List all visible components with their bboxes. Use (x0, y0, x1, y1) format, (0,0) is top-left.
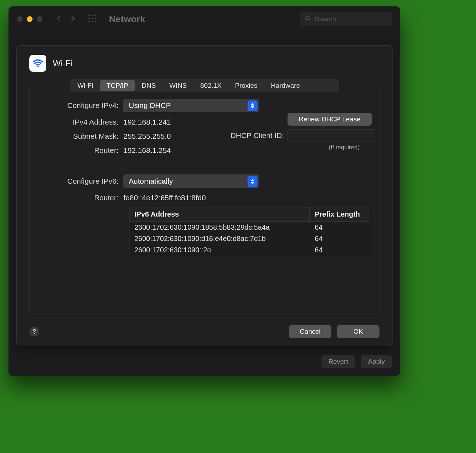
configure-ipv4-label: Configure IPv4: (29, 101, 123, 110)
cell-plen: 64 (310, 233, 370, 244)
svg-point-1 (92, 15, 93, 16)
right-column: Renew DHCP Lease (288, 113, 379, 126)
svg-point-2 (95, 15, 96, 16)
ipv4-address-label: IPv4 Address: (29, 118, 123, 126)
cell-plen: 64 (310, 244, 370, 255)
subnet-mask-value: 255.255.255.0 (123, 132, 171, 141)
chevron-updown-icon (248, 176, 257, 187)
svg-point-9 (306, 16, 309, 20)
revert-button[interactable]: Revert (321, 355, 355, 368)
dhcp-client-id-label: DHCP Client ID: (231, 131, 284, 140)
sheet-header: Wi-Fi (17, 46, 392, 75)
svg-point-4 (92, 18, 93, 19)
network-preferences-window: Network Wi-Fi Wi-Fi TCP/IP DNS WINS 802.… (8, 6, 400, 376)
tcpip-panel: Configure IPv4: Using DHCP IPv4 Address:… (29, 99, 379, 307)
configure-ipv6-value: Automatically (129, 177, 173, 185)
ipv6-router-value: fe80::4e12:65ff:fe81:8fd0 (123, 194, 206, 202)
svg-marker-15 (251, 182, 254, 184)
chevron-updown-icon (248, 101, 257, 111)
zoom-button[interactable] (37, 16, 42, 22)
search-input[interactable] (315, 15, 399, 23)
apply-button[interactable]: Apply (361, 355, 392, 368)
ipv4-router-value: 192.168.1.254 (123, 146, 171, 155)
table-row[interactable]: 2600:1702:630:1090:d16:e4e0:d8ac:7d1b 64 (129, 233, 370, 244)
configure-ipv6-label: Configure IPv6: (29, 177, 123, 185)
dhcp-client-id-input[interactable] (288, 129, 375, 142)
minimize-button[interactable] (27, 16, 33, 22)
subnet-mask-label: Subnet Mask: (29, 132, 123, 141)
cell-plen: 64 (310, 222, 370, 233)
svg-point-8 (95, 21, 96, 22)
table-row[interactable]: 2600:1702:630:1090::2e 64 (129, 244, 370, 255)
wifi-icon (29, 55, 46, 72)
show-all-icon[interactable] (88, 14, 97, 24)
help-button[interactable]: ? (29, 327, 39, 337)
if-required-hint: (If required) (329, 144, 360, 151)
sheet-footer: ? Cancel OK (29, 325, 379, 338)
column-prefix-length[interactable]: Prefix Length (310, 207, 370, 221)
ipv4-address-value: 192.168.1.241 (123, 118, 171, 126)
svg-point-0 (88, 15, 90, 16)
svg-point-3 (88, 18, 90, 19)
svg-point-11 (37, 65, 39, 67)
table-header: IPv6 Address Prefix Length (129, 207, 370, 222)
svg-marker-14 (251, 179, 254, 181)
svg-point-5 (95, 18, 96, 19)
ok-button[interactable]: OK (337, 325, 379, 338)
cell-addr: 2600:1702:630:1090:1858:5b83:29dc:5a4a (129, 222, 310, 233)
window-title: Network (109, 14, 145, 25)
svg-point-7 (92, 21, 93, 22)
configure-ipv6-popup[interactable]: Automatically (123, 174, 259, 188)
svg-marker-13 (251, 106, 254, 109)
titlebar: Network (8, 6, 400, 32)
table-row[interactable]: 2600:1702:630:1090:1858:5b83:29dc:5a4a 6… (129, 222, 370, 233)
configure-ipv4-value: Using DHCP (129, 101, 171, 110)
back-button[interactable] (55, 15, 63, 24)
sheet-title: Wi-Fi (53, 58, 72, 68)
cell-addr: 2600:1702:630:1090::2e (129, 244, 310, 255)
search-icon (305, 15, 311, 23)
cell-addr: 2600:1702:630:1090:d16:e4e0:d8ac:7d1b (129, 233, 310, 244)
svg-line-10 (309, 19, 310, 21)
svg-marker-12 (251, 103, 254, 105)
ipv4-router-label: Router: (29, 146, 123, 155)
window-footer: Revert Apply (321, 355, 392, 368)
configure-ipv4-popup[interactable]: Using DHCP (123, 99, 259, 112)
nav-arrows (55, 15, 76, 24)
ipv6-router-label: Router: (29, 194, 123, 202)
forward-button[interactable] (69, 15, 76, 24)
renew-dhcp-lease-button[interactable]: Renew DHCP Lease (288, 113, 372, 126)
close-button[interactable] (17, 16, 23, 22)
column-ipv6-address[interactable]: IPv6 Address (129, 207, 310, 221)
advanced-sheet: Wi-Fi Wi-Fi TCP/IP DNS WINS 802.1X Proxi… (16, 45, 393, 346)
traffic-lights (17, 16, 42, 22)
search-field[interactable] (300, 12, 392, 26)
cancel-button[interactable]: Cancel (289, 325, 331, 338)
ipv6-address-table[interactable]: IPv6 Address Prefix Length 2600:1702:630… (129, 207, 370, 255)
svg-point-6 (88, 21, 90, 22)
